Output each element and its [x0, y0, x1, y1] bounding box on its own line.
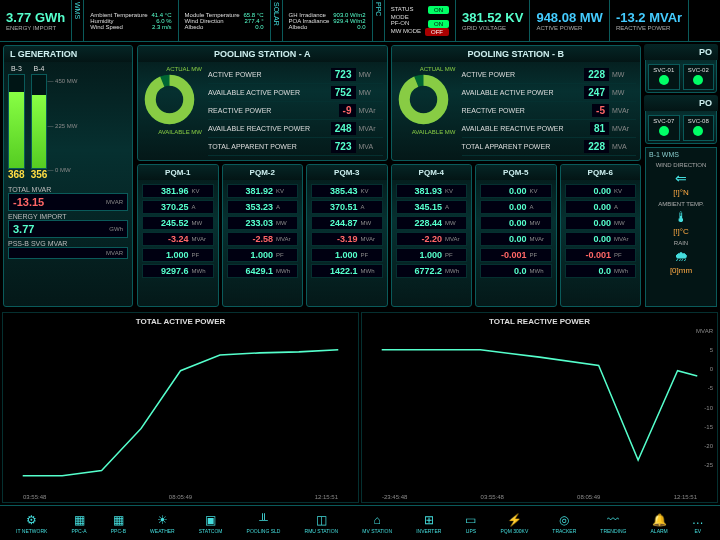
nav-ppc-b[interactable]: ▦PPC-B: [111, 513, 126, 534]
nav-statcom[interactable]: ▣STATCOM: [199, 513, 223, 534]
wms-row: RAIN🌧[0]mm: [649, 240, 713, 275]
nav-alarm[interactable]: 🔔ALARM: [651, 513, 668, 534]
main-area: L GENERATION B-3368B-4356 — 450 MW— 225 …: [0, 42, 720, 310]
solar-box: GH Irradiance903.0 W/m2POA Irradiance929…: [283, 0, 373, 41]
energy-import-value: 3.77 GWh: [6, 10, 65, 25]
wms-panel: B-1 WMS WIND DIRECTION⇐[!]°NAMBIENT TEMP…: [645, 147, 717, 307]
wms-title: B-1 WMS: [649, 151, 713, 158]
reactive-power-box: -13.2 MVAr REACTIVE POWER: [610, 0, 689, 41]
grid-voltage-value: 381.52 KV: [462, 10, 523, 25]
y-axis: MVAR50-5-10-15-20-25: [696, 328, 713, 468]
gen-bar: B-3368: [8, 65, 25, 180]
svc-box[interactable]: SVC-02: [683, 64, 715, 90]
kv-row: Wind Speed2.3 m/s: [90, 24, 171, 30]
ev-icon: …: [692, 513, 704, 527]
kv-row: Albedo0.0: [289, 24, 366, 30]
nav-rmu-station[interactable]: ◫RMU STATION: [305, 513, 339, 534]
ups-icon: ▭: [465, 513, 476, 527]
pqm 300kv-icon: ⚡: [507, 513, 522, 527]
pool-panel: POOLING STATION - BACTUAL MWAVAILABLE MW…: [391, 45, 642, 161]
pqm-panel: PQM-60.00KV0.00A0.00MW0.00MVAr-0.001PF0.…: [560, 164, 642, 307]
reactive-power-chart[interactable]: TOTAL REACTIVE POWER MVAR50-5-10-15-20-2…: [361, 312, 718, 503]
wms-row: AMBIENT TEMP.🌡[!]°C: [649, 201, 713, 236]
metric: TOTAL MVAR-13.15MVAR: [8, 186, 128, 211]
pooling sld-icon: ╨: [259, 513, 268, 527]
nav-ppc-a[interactable]: ▦PPC-A: [71, 513, 86, 534]
statcom-icon: ▣: [205, 513, 216, 527]
nav-ev[interactable]: …EV: [692, 513, 704, 534]
generation-metrics: TOTAL MVAR-13.15MVARENERGY IMPORT3.77GWh…: [8, 186, 128, 259]
wms-rows: WIND DIRECTION⇐[!]°NAMBIENT TEMP.🌡[!]°CR…: [649, 162, 713, 275]
generation-panel: L GENERATION B-3368B-4356 — 450 MW— 225 …: [3, 45, 133, 307]
inverter-icon: ⊞: [424, 513, 434, 527]
active-power-chart[interactable]: TOTAL ACTIVE POWER 03:55:4808:05:4912:15…: [2, 312, 359, 503]
active-power-box: 948.08 MW ACTIVE POWER: [530, 0, 609, 41]
wms-env: Ambient Temperature41.4 °CHumidity6.0 %W…: [84, 0, 178, 41]
pool-panel: POOLING STATION - AACTUAL MWAVAILABLE MW…: [137, 45, 388, 161]
pqm-panel: PQM-1381.96KV370.25A245.52MW-3.24MVAr1.0…: [137, 164, 219, 307]
svc-box[interactable]: SVC-08: [683, 115, 715, 141]
ppc-box: STATUSONMODEPF-ONONMW MODEOFF: [385, 0, 456, 41]
grid-voltage-box: 381.52 KV GRID VOLTAGE: [456, 0, 530, 41]
nav-pqm-300kv[interactable]: ⚡PQM 300KV: [501, 513, 529, 534]
top-bar: 3.77 GWh ENERGY IMPORT WMS Ambient Tempe…: [0, 0, 720, 42]
svc-box[interactable]: SVC-01: [648, 64, 680, 90]
nav-trending[interactable]: 〰TRENDING: [600, 513, 626, 534]
rmu station-icon: ◫: [316, 513, 327, 527]
it network-icon: ⚙: [26, 513, 37, 527]
nav-inverter[interactable]: ⊞INVERTER: [416, 513, 441, 534]
pqm-panel: PQM-4381.93KV345.15A228.44MW-2.20MVAr1.0…: [391, 164, 473, 307]
svc-box[interactable]: SVC-07: [648, 115, 680, 141]
mv station-icon: ⌂: [374, 513, 381, 527]
pqm-panel: PQM-2381.92KV353.23A233.03MW-2.58MVAr1.0…: [222, 164, 304, 307]
generation-bars: B-3368B-4356: [8, 70, 47, 180]
side-column: PO SVC-01SVC-02 PO SVC-07SVC-08 B-1 WMS …: [645, 45, 717, 307]
generation-scale: — 450 MW— 225 MW— 0 MW: [47, 78, 77, 173]
x-axis: 03:55:4808:05:4912:15:51: [3, 494, 358, 500]
ppc-b-icon: ▦: [113, 513, 124, 527]
wms-mod: Module Temperature65.8 °CWind Direction2…: [179, 0, 271, 41]
trending-icon: 〰: [607, 513, 619, 527]
ppc-a-icon: ▦: [74, 513, 85, 527]
chart-title: TOTAL ACTIVE POWER: [136, 317, 225, 326]
nav-ups[interactable]: ▭UPS: [465, 513, 476, 534]
pqm-row: PQM-1381.96KV370.25A245.52MW-3.24MVAr1.0…: [137, 164, 641, 307]
svg-point-3: [404, 80, 443, 119]
kv-row: Albedo0.0: [185, 24, 264, 30]
solar-label: SOLAR: [271, 0, 283, 41]
po-panel-2: PO SVC-07SVC-08: [645, 96, 717, 144]
bottom-nav: ⚙IT NETWORK▦PPC-A▦PPC-B☀WEATHER▣STATCOM╨…: [0, 505, 720, 540]
chart-title: TOTAL REACTIVE POWER: [489, 317, 590, 326]
svc-row-1: SVC-01SVC-02: [648, 64, 714, 90]
tracker-icon: ◎: [559, 513, 569, 527]
pool-row: POOLING STATION - AACTUAL MWAVAILABLE MW…: [137, 45, 641, 161]
pqm-panel: PQM-3385.43KV370.51A244.87MW-3.19MVAr1.0…: [306, 164, 388, 307]
weather-icon: ☀: [157, 513, 168, 527]
x-axis: -23:45:4803:55:4808:05:4912:15:51: [362, 494, 717, 500]
pqm-panel: PQM-50.00KV0.00A0.00MW0.00MVAr-0.001PF0.…: [475, 164, 557, 307]
nav-tracker[interactable]: ◎TRACKER: [552, 513, 576, 534]
gen-bar: B-4356: [31, 65, 48, 180]
nav-it-network[interactable]: ⚙IT NETWORK: [16, 513, 47, 534]
energy-import-label: ENERGY IMPORT: [6, 25, 65, 31]
pools-column: POOLING STATION - AACTUAL MWAVAILABLE MW…: [137, 45, 641, 307]
generation-title: L GENERATION: [4, 46, 132, 62]
ppc-label: PPC: [373, 0, 385, 41]
reactive-power-value: -13.2 MVAr: [616, 10, 682, 25]
alarm-icon: 🔔: [652, 513, 667, 527]
po-panel-1: PO SVC-01SVC-02: [645, 45, 717, 93]
nav-mv-station[interactable]: ⌂MV STATION: [362, 513, 392, 534]
svg-point-1: [150, 80, 189, 119]
active-power-value: 948.08 MW: [536, 10, 602, 25]
wms-label: WMS: [72, 0, 84, 41]
nav-weather[interactable]: ☀WEATHER: [150, 513, 175, 534]
metric: PSS-B SVG MVARMVAR: [8, 240, 128, 259]
wms-row: WIND DIRECTION⇐[!]°N: [649, 162, 713, 197]
metric: ENERGY IMPORT3.77GWh: [8, 213, 128, 238]
svc-row-2: SVC-07SVC-08: [648, 115, 714, 141]
energy-import-box: 3.77 GWh ENERGY IMPORT: [0, 0, 72, 41]
nav-pooling-sld[interactable]: ╨POOLING SLD: [247, 513, 281, 534]
charts-row: TOTAL ACTIVE POWER 03:55:4808:05:4912:15…: [0, 310, 720, 505]
